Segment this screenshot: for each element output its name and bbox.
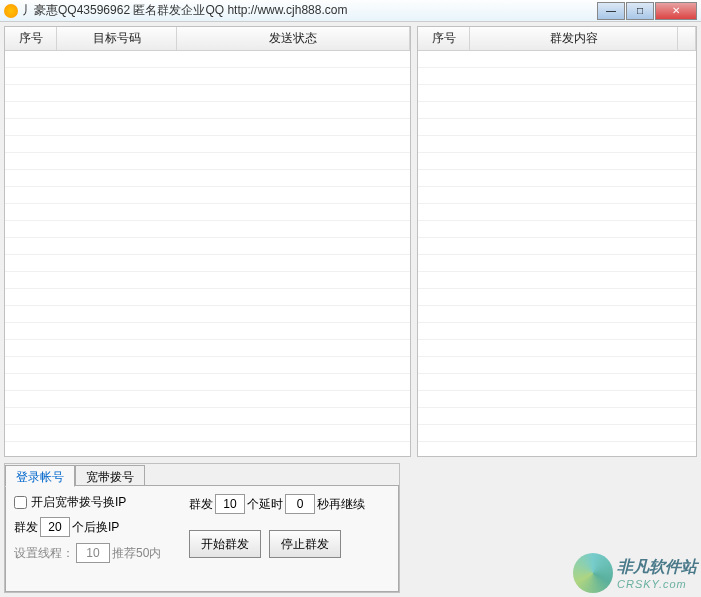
table-row[interactable] — [418, 136, 696, 153]
maximize-button[interactable]: □ — [626, 2, 654, 20]
table-row[interactable] — [5, 340, 410, 357]
threads-hint: 推荐50内 — [112, 545, 161, 562]
table-row[interactable] — [418, 204, 696, 221]
table-row[interactable] — [5, 425, 410, 442]
table-row[interactable] — [5, 187, 410, 204]
stop-button[interactable]: 停止群发 — [269, 530, 341, 558]
app-icon — [4, 4, 18, 18]
table-row[interactable] — [5, 323, 410, 340]
col-seq-r[interactable]: 序号 — [418, 27, 470, 50]
table-row[interactable] — [418, 187, 696, 204]
col-target[interactable]: 目标号码 — [57, 27, 177, 50]
tab-content: 开启宽带拨号换IP 群发 个后换IP 设置线程： 推荐50内 — [5, 485, 399, 592]
table-row[interactable] — [5, 136, 410, 153]
group-send-row: 群发 个后换IP — [14, 517, 179, 537]
window-title: 丿豪惠QQ43596962 匿名群发企业QQ http://www.cjh888… — [22, 2, 597, 19]
table-row[interactable] — [5, 374, 410, 391]
table-row[interactable] — [5, 102, 410, 119]
delay-suffix: 秒再继续 — [317, 496, 365, 513]
enable-dial-checkbox[interactable] — [14, 496, 27, 509]
table-row[interactable] — [418, 85, 696, 102]
table-row[interactable] — [5, 51, 410, 68]
threads-input[interactable] — [76, 543, 110, 563]
table-row[interactable] — [5, 442, 410, 456]
table-row[interactable] — [418, 238, 696, 255]
enable-dial-label: 开启宽带拨号换IP — [31, 494, 126, 511]
threads-row: 设置线程： 推荐50内 — [14, 543, 179, 563]
threads-prefix: 设置线程： — [14, 545, 74, 562]
table-row[interactable] — [418, 340, 696, 357]
col-spacer — [678, 27, 696, 50]
table-row[interactable] — [418, 408, 696, 425]
table-row[interactable] — [418, 306, 696, 323]
table-row[interactable] — [418, 153, 696, 170]
table-row[interactable] — [5, 170, 410, 187]
tabs: 登录帐号 宽带拨号 — [5, 464, 399, 486]
table-row[interactable] — [418, 170, 696, 187]
col-content[interactable]: 群发内容 — [470, 27, 678, 50]
delay-row: 群发 个延时 秒再继续 — [189, 494, 365, 514]
settings-panel: 登录帐号 宽带拨号 开启宽带拨号换IP 群发 个后换IP — [4, 463, 400, 593]
table-row[interactable] — [418, 289, 696, 306]
table-row[interactable] — [5, 391, 410, 408]
table-row[interactable] — [5, 85, 410, 102]
col-seq[interactable]: 序号 — [5, 27, 57, 50]
lower-area: 登录帐号 宽带拨号 开启宽带拨号换IP 群发 个后换IP — [4, 463, 697, 593]
tab-login[interactable]: 登录帐号 — [5, 465, 75, 487]
main-content: 序号 目标号码 发送状态 序号 群发内容 登录帐号 宽带拨号 — [0, 22, 701, 597]
table-row[interactable] — [5, 289, 410, 306]
left-table-header: 序号 目标号码 发送状态 — [5, 27, 410, 51]
left-table-body[interactable] — [5, 51, 410, 456]
table-row[interactable] — [5, 204, 410, 221]
enable-dial-row: 开启宽带拨号换IP — [14, 494, 179, 511]
table-row[interactable] — [5, 272, 410, 289]
group-send-suffix: 个后换IP — [72, 519, 119, 536]
delay-input[interactable] — [285, 494, 315, 514]
table-row[interactable] — [418, 425, 696, 442]
table-row[interactable] — [418, 272, 696, 289]
top-group-prefix: 群发 — [189, 496, 213, 513]
left-table-panel: 序号 目标号码 发送状态 — [4, 26, 411, 457]
table-row[interactable] — [418, 357, 696, 374]
table-row[interactable] — [5, 306, 410, 323]
table-row[interactable] — [5, 255, 410, 272]
right-table-header: 序号 群发内容 — [418, 27, 696, 51]
table-row[interactable] — [418, 323, 696, 340]
table-row[interactable] — [418, 102, 696, 119]
delay-label: 个延时 — [247, 496, 283, 513]
group-send-input[interactable] — [40, 517, 70, 537]
col-status[interactable]: 发送状态 — [177, 27, 410, 50]
table-row[interactable] — [5, 153, 410, 170]
group-send-prefix: 群发 — [14, 519, 38, 536]
table-row[interactable] — [5, 119, 410, 136]
upper-panels: 序号 目标号码 发送状态 序号 群发内容 — [4, 26, 697, 457]
titlebar: 丿豪惠QQ43596962 匿名群发企业QQ http://www.cjh888… — [0, 0, 701, 22]
start-button[interactable]: 开始群发 — [189, 530, 261, 558]
right-table-panel: 序号 群发内容 — [417, 26, 697, 457]
table-row[interactable] — [418, 391, 696, 408]
table-row[interactable] — [5, 68, 410, 85]
button-row: 开始群发 停止群发 — [189, 530, 365, 558]
table-row[interactable] — [418, 442, 696, 456]
table-row[interactable] — [5, 221, 410, 238]
table-row[interactable] — [418, 119, 696, 136]
table-row[interactable] — [418, 51, 696, 68]
minimize-button[interactable]: — — [597, 2, 625, 20]
table-row[interactable] — [418, 374, 696, 391]
table-row[interactable] — [418, 255, 696, 272]
window-controls: — □ ✕ — [597, 2, 697, 20]
close-button[interactable]: ✕ — [655, 2, 697, 20]
table-row[interactable] — [418, 221, 696, 238]
top-group-input[interactable] — [215, 494, 245, 514]
table-row[interactable] — [5, 238, 410, 255]
right-table-body[interactable] — [418, 51, 696, 456]
table-row[interactable] — [5, 408, 410, 425]
table-row[interactable] — [418, 68, 696, 85]
tab-dial[interactable]: 宽带拨号 — [75, 465, 145, 487]
table-row[interactable] — [5, 357, 410, 374]
